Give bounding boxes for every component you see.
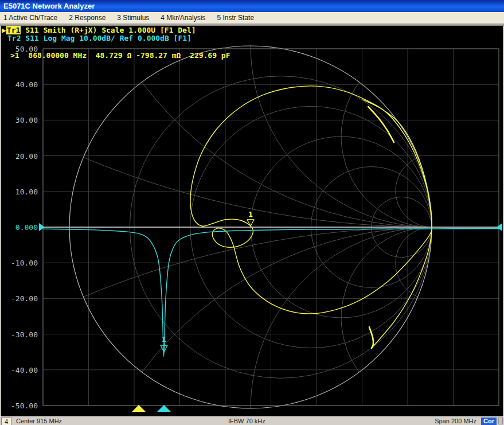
y-axis-label: -10.00	[0, 259, 38, 267]
app-window: { "window": {"title": "E5071C Network An…	[0, 0, 504, 425]
y-axis-label: -20.00	[0, 294, 38, 303]
channel-indicator[interactable]: 4	[1, 418, 11, 425]
menu-item-1[interactable]: 1 Active Ch/Trace	[3, 14, 57, 22]
status-bar: 4 Center 915 MHz IFBW 70 kHz Span 200 MH…	[0, 416, 504, 425]
window-title: E5071C Network Analyzer	[3, 2, 95, 10]
stimulus-marker-triangle-2	[157, 405, 171, 412]
trace2-label: S11 Log Mag 10.00dB/ Ref 0.000dB [F1]	[21, 34, 191, 42]
status-end-cell	[498, 418, 503, 424]
y-axis-label: -40.00	[0, 366, 38, 375]
marker1-logmag-label: 1	[162, 335, 166, 344]
ifbw-readout: IFBW 70 kHz	[228, 418, 265, 424]
y-axis-label: 20.00	[0, 152, 38, 161]
trace1-label: S11 Smith (R+jX) Scale 1.000U [F1 Del]	[21, 26, 196, 34]
y-axis-label: 10.00	[0, 188, 38, 196]
smith-reactance-arc	[396, 227, 432, 297]
trace1-smith-curve	[190, 86, 432, 348]
trace1-status-line[interactable]: ▶Tr1 S11 Smith (R+jX) Scale 1.000U [F1 D…	[2, 26, 196, 34]
trace1-id-badge: Tr1	[6, 26, 21, 34]
menu-item-2[interactable]: 2 Response	[69, 14, 106, 22]
smith-reactance-arc	[341, 82, 432, 227]
trace1-bright-segment	[369, 327, 373, 348]
marker1-smith-label: 1	[248, 210, 253, 219]
menu-item-4[interactable]: 4 Mkr/Analysis	[161, 14, 205, 22]
trace2-status-line[interactable]: Tr2 S11 Log Mag 10.00dB/ Ref 0.000dB [F1…	[7, 34, 192, 42]
y-axis-label: 30.00	[0, 116, 38, 124]
stimulus-marker-triangle-1	[132, 405, 146, 412]
y-axis-label: -50.00	[0, 401, 38, 410]
menu-divider	[0, 23, 504, 26]
y-axis-ref-label: 0.000	[0, 223, 38, 232]
y-axis-label: -30.00	[0, 330, 38, 339]
menu-item-3[interactable]: 3 Stimulus	[117, 14, 149, 22]
smith-reactance-arc	[396, 157, 432, 227]
center-frequency-readout: Center 915 MHz	[16, 418, 62, 424]
trace2-id: Tr2	[7, 34, 21, 42]
menu-bar: 1 Active Ch/Trace2 Response3 Stimulus4 M…	[0, 12, 504, 23]
span-readout: Span 200 MHz	[435, 418, 476, 424]
correction-status-badge: Cor	[481, 418, 497, 425]
ref-level-right-triangle-icon	[497, 223, 502, 231]
plot-svg: 11	[0, 26, 504, 416]
menu-item-5[interactable]: 5 Instr State	[217, 14, 254, 22]
window-titlebar[interactable]: E5071C Network Analyzer	[0, 0, 504, 12]
y-axis-label: 50.00	[0, 45, 38, 53]
y-axis-label: 40.00	[0, 80, 38, 89]
analyzer-screen: 11 ▶Tr1 S11 Smith (R+jX) Scale 1.000U [F…	[0, 26, 504, 416]
active-trace-arrow-icon: ▶	[2, 26, 6, 34]
smith-reactance-arc	[341, 227, 432, 372]
marker1-readout: >1 868.00000 MHz 48.729 Ω -798.27 mΩ 229…	[10, 51, 230, 60]
ref-level-left-triangle-icon	[39, 223, 45, 231]
